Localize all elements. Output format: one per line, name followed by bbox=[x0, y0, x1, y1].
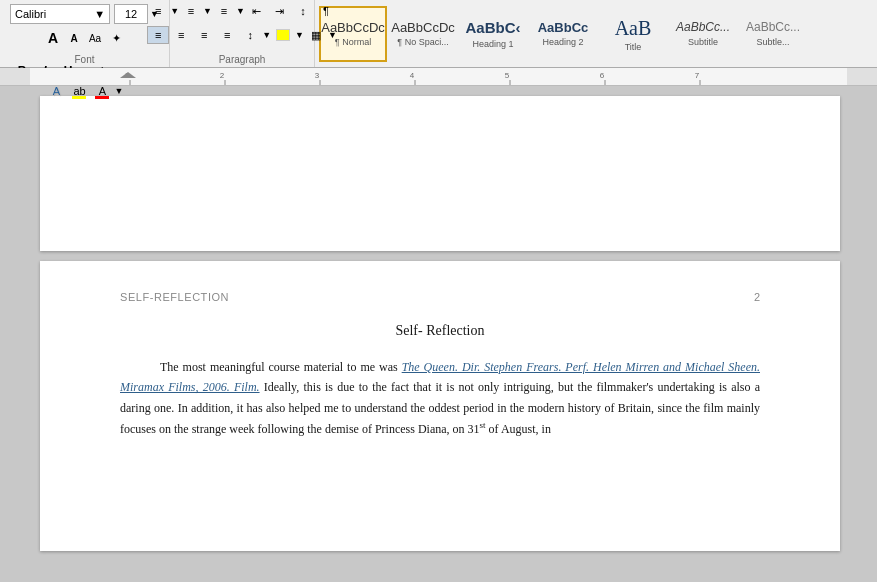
bullets-button[interactable]: ≡ bbox=[147, 2, 169, 20]
ruler: 1 2 3 4 5 6 7 bbox=[0, 68, 877, 86]
ribbon-toolbar: Calibri ▼ 12 ▼ A A Aa ✦ B I U ▼ ab x2 x2… bbox=[0, 0, 877, 68]
svg-text:6: 6 bbox=[600, 71, 605, 80]
show-formatting-button[interactable]: ¶ bbox=[315, 2, 337, 20]
font-size-box[interactable]: 12 bbox=[114, 4, 148, 24]
style-heading2[interactable]: AaBbCc Heading 2 bbox=[529, 6, 597, 62]
style-no-spacing[interactable]: AaBbCcDc ¶ No Spaci... bbox=[389, 6, 457, 62]
svg-text:7: 7 bbox=[695, 71, 700, 80]
paragraph-section-label: Paragraph bbox=[219, 54, 266, 65]
body-text-end: of August, in bbox=[486, 422, 551, 436]
shrink-font-button[interactable]: A bbox=[64, 28, 84, 48]
body-text-before-citation: The most meaningful course material to m… bbox=[160, 360, 402, 374]
line-spacing-button[interactable]: ↕ bbox=[239, 26, 261, 44]
font-section-label: Font bbox=[74, 54, 94, 65]
svg-text:2: 2 bbox=[220, 71, 225, 80]
grow-font-button[interactable]: A bbox=[43, 28, 63, 48]
svg-text:3: 3 bbox=[315, 71, 320, 80]
svg-text:5: 5 bbox=[505, 71, 510, 80]
decrease-indent-button[interactable]: ⇤ bbox=[246, 2, 268, 20]
styles-section: AaBbCcDc ¶ Normal AaBbCcDc ¶ No Spaci...… bbox=[315, 0, 877, 67]
page-header: SELF-REFLECTION 2 bbox=[120, 291, 760, 303]
sort-button[interactable]: ↕ bbox=[292, 2, 314, 20]
document-body: The most meaningful course material to m… bbox=[120, 357, 760, 440]
style-subtle[interactable]: AaBbCc... Subtle... bbox=[739, 6, 807, 62]
document-area: SELF-REFLECTION 2 Self- Reflection The m… bbox=[0, 86, 877, 582]
page-number: 2 bbox=[754, 291, 760, 303]
page-header-title: SELF-REFLECTION bbox=[120, 291, 229, 303]
align-justify-button[interactable]: ≡ bbox=[216, 26, 238, 44]
svg-text:4: 4 bbox=[410, 71, 415, 80]
font-name-box[interactable]: Calibri ▼ bbox=[10, 4, 110, 24]
multilevel-list-button[interactable]: ≡ bbox=[213, 2, 235, 20]
style-subtitle[interactable]: AaBbCc... Subtitle bbox=[669, 6, 737, 62]
align-center-button[interactable]: ≡ bbox=[170, 26, 192, 44]
left-indent-marker bbox=[120, 72, 136, 78]
increase-indent-button[interactable]: ⇥ bbox=[269, 2, 291, 20]
numbering-button[interactable]: ≡ bbox=[180, 2, 202, 20]
align-right-button[interactable]: ≡ bbox=[193, 26, 215, 44]
align-left-button[interactable]: ≡ bbox=[147, 26, 169, 44]
page-1 bbox=[40, 96, 840, 251]
page-2: SELF-REFLECTION 2 Self- Reflection The m… bbox=[40, 261, 840, 551]
ruler-marks: 1 2 3 4 5 6 7 bbox=[0, 68, 877, 86]
font-section: Calibri ▼ 12 ▼ A A Aa ✦ B I U ▼ ab x2 x2… bbox=[0, 0, 170, 67]
style-heading1[interactable]: AaBbC‹ Heading 1 bbox=[459, 6, 527, 62]
document-heading: Self- Reflection bbox=[120, 323, 760, 339]
clear-format-button[interactable]: ✦ bbox=[106, 28, 126, 48]
borders-button[interactable]: ▦ bbox=[305, 26, 327, 44]
shading-button[interactable] bbox=[272, 26, 294, 44]
style-title[interactable]: AaB Title bbox=[599, 6, 667, 62]
paragraph-section: ≡ ▼ ≡ ▼ ≡ ▼ ⇤ ⇥ ↕ ¶ ≡ ≡ ≡ ≡ ↕ ▼ ▼ ▦ ▼ Pa… bbox=[170, 0, 315, 67]
change-case-button[interactable]: Aa bbox=[85, 28, 105, 48]
